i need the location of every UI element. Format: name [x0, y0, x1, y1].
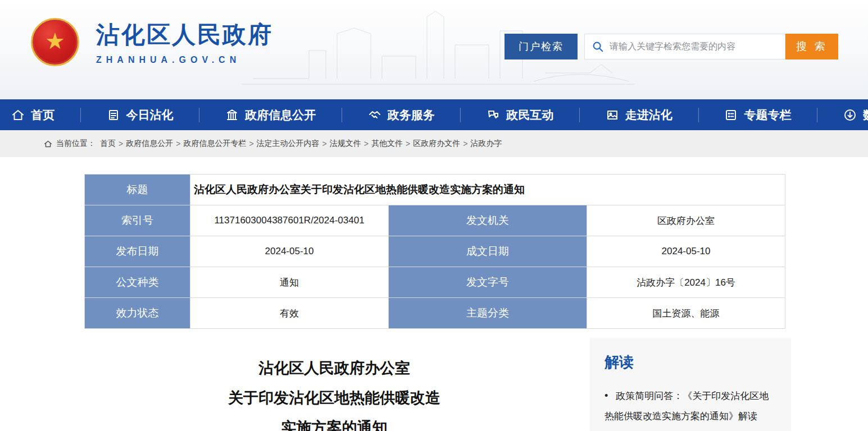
breadcrumb-item[interactable]: 首页 [100, 139, 116, 149]
breadcrumb-item-current[interactable]: 沾政办字 [470, 139, 502, 149]
table-row: 标题 沾化区人民政府办公室关于印发沾化区地热能供暖改造实施方案的通知 [85, 175, 785, 205]
site-brand[interactable]: ★ 沾化区人民政府 ZHANHUA.GOV.CN [31, 18, 273, 66]
main-content: 标题 沾化区人民政府办公室关于印发沾化区地热能供暖改造实施方案的通知 索引号 1… [0, 157, 868, 431]
breadcrumb: 当前位置： 首页> 政府信息公开> 政府信息公开专栏> 法定主动公开内容> 法规… [0, 130, 868, 157]
search-area: 门户检索 搜 索 [505, 34, 838, 59]
nav-separator [199, 108, 199, 122]
meta-value-title: 沾化区人民政府办公室关于印发沾化区地热能供暖改造实施方案的通知 [190, 175, 785, 205]
breadcrumb-separator: > [249, 139, 253, 148]
meta-label-document-type: 公文种类 [85, 267, 190, 298]
main-nav: 首页 今日沾化 政府信息公开 政务服务 [0, 99, 868, 130]
meta-label-publish-date: 发布日期 [85, 236, 190, 267]
nav-separator [460, 108, 461, 122]
nav-separator [342, 108, 342, 122]
meta-label-validity-status: 效力状态 [85, 298, 190, 329]
breadcrumb-separator: > [119, 139, 123, 148]
interpretation-panel-title: 解读 [605, 352, 776, 372]
meta-value-document-number: 沾政办字〔2024〕16号 [587, 267, 785, 298]
breadcrumb-item[interactable]: 区政府办文件 [413, 139, 460, 149]
nav-separator [817, 108, 817, 122]
nav-item-label: 政民互动 [506, 107, 553, 123]
portal-search-button[interactable]: 门户检索 [505, 34, 578, 59]
breadcrumb-separator: > [176, 139, 180, 148]
nav-item-open-data[interactable]: 数据开放 [843, 107, 868, 123]
breadcrumb-separator: > [322, 139, 327, 148]
nav-item-today[interactable]: 今日沾化 [107, 107, 174, 123]
data-download-icon [843, 108, 857, 122]
nav-item-label: 首页 [31, 107, 54, 123]
nav-item-label: 今日沾化 [126, 107, 174, 123]
national-emblem-logo: ★ [31, 18, 79, 66]
nav-item-label: 数据开放 [863, 107, 868, 123]
search-submit-button[interactable]: 搜 索 [785, 34, 838, 59]
nav-inner: 首页 今日沾化 政府信息公开 政务服务 [0, 99, 868, 130]
site-name: 沾化区人民政府 [96, 19, 273, 51]
nav-item-label: 专题专栏 [744, 107, 791, 123]
meta-label-index-number: 索引号 [85, 205, 190, 236]
breadcrumb-separator: > [406, 139, 410, 148]
topics-list-icon [724, 108, 738, 122]
article-title-line: 实施方案的通知 [79, 413, 590, 431]
meta-label-title: 标题 [85, 175, 190, 205]
brand-text: 沾化区人民政府 ZHANHUA.GOV.CN [96, 19, 273, 65]
site-header: ★ 沾化区人民政府 ZHANHUA.GOV.CN 门户检索 搜 索 [0, 0, 868, 99]
nav-separator [579, 108, 580, 122]
meta-value-issuing-agency: 区政府办公室 [587, 205, 785, 236]
document-meta-table: 标题 沾化区人民政府办公室关于印发沾化区地热能供暖改造实施方案的通知 索引号 1… [84, 174, 785, 329]
nav-item-gov-info[interactable]: 政府信息公开 [225, 107, 316, 123]
news-icon [107, 108, 120, 122]
breadcrumb-item[interactable]: 其他文件 [371, 139, 403, 149]
nav-item-label: 政府信息公开 [245, 107, 316, 123]
nav-item-services[interactable]: 政务服务 [368, 107, 435, 123]
nav-item-label: 政务服务 [388, 107, 435, 123]
page: ★ 沾化区人民政府 ZHANHUA.GOV.CN 门户检索 搜 索 [0, 0, 868, 431]
meta-value-validity-status: 有效 [190, 298, 389, 329]
visit-photo-icon [606, 108, 619, 122]
meta-value-publish-date: 2024-05-10 [190, 236, 389, 267]
breadcrumb-item[interactable]: 法定主动公开内容 [257, 139, 320, 149]
article-title-line: 关于印发沾化区地热能供暖改造 [79, 383, 590, 413]
breadcrumb-item[interactable]: 政府信息公开专栏 [183, 139, 246, 149]
table-row: 效力状态 有效 主题分类 国土资源、能源 [85, 298, 785, 329]
gov-building-icon [225, 108, 239, 122]
service-handshake-icon [368, 108, 381, 122]
interpretation-list: 政策简明问答：《关于印发沾化区地热能供暖改造实施方案的通知》解读 [605, 386, 776, 427]
meta-value-subject-category: 国土资源、能源 [587, 298, 785, 329]
breadcrumb-separator: > [463, 139, 467, 148]
table-row: 发布日期 2024-05-10 成文日期 2024-05-10 [85, 236, 785, 267]
breadcrumb-prefix: 当前位置： [56, 139, 96, 149]
interpretation-link[interactable]: 政策简明问答：《关于印发沾化区地热能供暖改造实施方案的通知》解读 [605, 386, 776, 427]
meta-value-written-date: 2024-05-10 [587, 236, 785, 267]
nav-separator [698, 108, 699, 122]
breadcrumb-separator: > [364, 139, 369, 148]
emblem-star: ★ [45, 30, 65, 52]
nav-item-interaction[interactable]: 政民互动 [487, 107, 553, 123]
search-icon [592, 40, 604, 53]
nav-item-label: 走进沾化 [625, 107, 672, 123]
meta-label-issuing-agency: 发文机关 [389, 205, 587, 236]
lower-section: 沾化区人民政府办公室 关于印发沾化区地热能供暖改造 实施方案的通知 解读 政策简… [0, 338, 868, 431]
meta-value-document-type: 通知 [190, 267, 389, 298]
home-icon [11, 108, 25, 122]
table-row: 公文种类 通知 发文字号 沾政办字〔2024〕16号 [85, 267, 785, 298]
nav-separator [80, 108, 81, 122]
meta-value-index-number: 11371603004387601R/2024-03401 [190, 205, 389, 236]
nav-item-visit[interactable]: 走进沾化 [606, 107, 672, 123]
meta-label-document-number: 发文字号 [389, 267, 587, 298]
nav-item-home[interactable]: 首页 [11, 107, 54, 123]
article-title: 沾化区人民政府办公室 关于印发沾化区地热能供暖改造 实施方案的通知 [79, 338, 590, 431]
interpretation-panel: 解读 政策简明问答：《关于印发沾化区地热能供暖改造实施方案的通知》解读 [590, 338, 791, 431]
interaction-chat-icon [487, 108, 500, 122]
site-domain: ZHANHUA.GOV.CN [96, 55, 273, 65]
breadcrumb-home-icon [44, 140, 52, 148]
meta-label-written-date: 成文日期 [389, 236, 587, 267]
search-box [584, 34, 785, 59]
article-title-line: 沾化区人民政府办公室 [79, 354, 590, 383]
nav-item-topics[interactable]: 专题专栏 [724, 107, 791, 123]
table-row: 索引号 11371603004387601R/2024-03401 发文机关 区… [85, 205, 785, 236]
search-input[interactable] [610, 42, 778, 52]
breadcrumb-item[interactable]: 法规文件 [330, 139, 361, 149]
meta-label-subject-category: 主题分类 [389, 298, 587, 329]
breadcrumb-item[interactable]: 政府信息公开 [126, 139, 173, 149]
